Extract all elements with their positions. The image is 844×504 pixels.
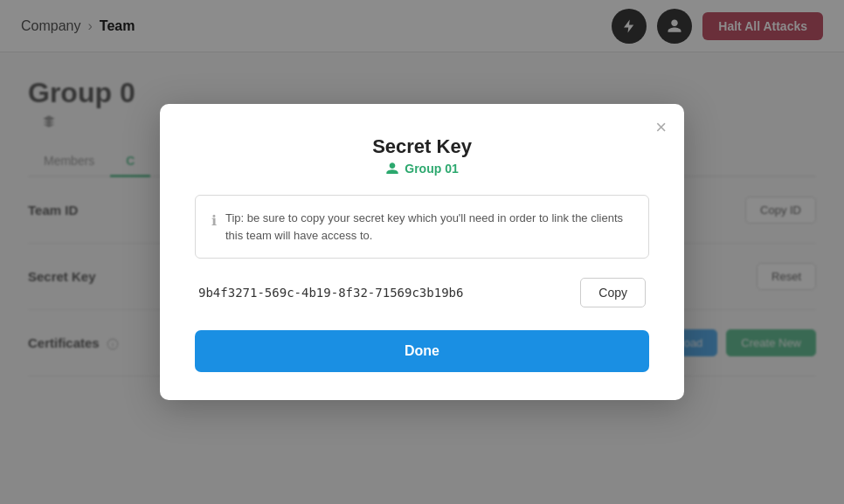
key-row: 9b4f3271-569c-4b19-8f32-71569c3b19b6 Cop… [195, 278, 649, 307]
key-value: 9b4f3271-569c-4b19-8f32-71569c3b19b6 [198, 286, 570, 300]
secret-key-modal: × Secret Key Group 01 ℹ Tip: be sure to … [160, 104, 684, 400]
modal-subtitle: Group 01 [195, 162, 649, 176]
modal-title: Secret Key [195, 135, 649, 158]
tip-text: Tip: be sure to copy your secret key whi… [225, 210, 633, 244]
tip-box: ℹ Tip: be sure to copy your secret key w… [195, 195, 649, 259]
done-button[interactable]: Done [195, 330, 649, 372]
info-icon: ℹ [211, 211, 217, 231]
group-icon [385, 162, 399, 176]
page-background: Company › Team Halt All Attacks Group 0 … [0, 0, 844, 504]
modal-group-name: Group 01 [405, 162, 458, 176]
modal-close-button[interactable]: × [655, 118, 667, 137]
copy-button[interactable]: Copy [580, 278, 646, 307]
modal-overlay: × Secret Key Group 01 ℹ Tip: be sure to … [0, 0, 844, 504]
